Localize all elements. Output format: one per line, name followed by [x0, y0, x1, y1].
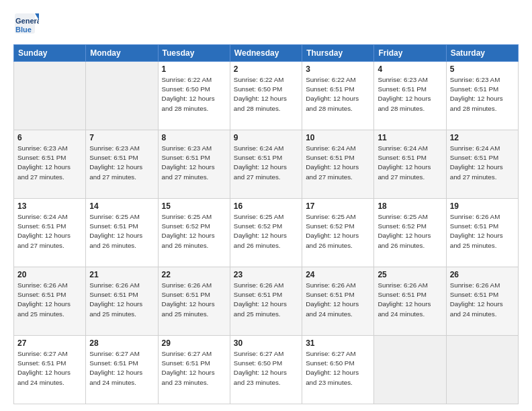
day-info: Sunrise: 6:23 AM Sunset: 6:51 PM Dayligh… — [378, 75, 442, 113]
day-number: 7 — [89, 133, 154, 142]
day-number: 2 — [234, 64, 298, 74]
day-info: Sunrise: 6:25 AM Sunset: 6:51 PM Dayligh… — [89, 212, 154, 250]
calendar-cell: 8Sunrise: 6:23 AM Sunset: 6:51 PM Daylig… — [158, 130, 230, 199]
calendar-cell: 21Sunrise: 6:26 AM Sunset: 6:51 PM Dayli… — [86, 267, 158, 336]
day-info: Sunrise: 6:22 AM Sunset: 6:50 PM Dayligh… — [162, 75, 226, 113]
logo: General Blue — [13, 12, 39, 38]
calendar-cell: 9Sunrise: 6:24 AM Sunset: 6:51 PM Daylig… — [230, 130, 302, 199]
day-info: Sunrise: 6:24 AM Sunset: 6:51 PM Dayligh… — [450, 144, 515, 182]
day-info: Sunrise: 6:27 AM Sunset: 6:51 PM Dayligh… — [89, 349, 154, 387]
day-info: Sunrise: 6:26 AM Sunset: 6:51 PM Dayligh… — [89, 281, 154, 319]
day-info: Sunrise: 6:23 AM Sunset: 6:51 PM Dayligh… — [89, 144, 154, 182]
day-number: 8 — [162, 133, 226, 142]
week-row-5: 27Sunrise: 6:27 AM Sunset: 6:51 PM Dayli… — [14, 336, 519, 404]
day-number: 14 — [89, 201, 154, 211]
day-info: Sunrise: 6:25 AM Sunset: 6:52 PM Dayligh… — [234, 212, 298, 250]
day-info: Sunrise: 6:23 AM Sunset: 6:51 PM Dayligh… — [17, 144, 82, 182]
day-number: 4 — [378, 64, 442, 74]
day-info: Sunrise: 6:24 AM Sunset: 6:51 PM Dayligh… — [17, 212, 82, 250]
day-number: 30 — [234, 338, 298, 348]
calendar-cell: 25Sunrise: 6:26 AM Sunset: 6:51 PM Dayli… — [374, 267, 446, 336]
calendar-cell: 22Sunrise: 6:26 AM Sunset: 6:51 PM Dayli… — [158, 267, 230, 336]
day-info: Sunrise: 6:23 AM Sunset: 6:51 PM Dayligh… — [450, 75, 515, 113]
header-tuesday: Tuesday — [158, 45, 230, 62]
calendar-cell: 13Sunrise: 6:24 AM Sunset: 6:51 PM Dayli… — [14, 199, 86, 267]
day-number: 10 — [306, 133, 370, 142]
header-saturday: Saturday — [446, 45, 518, 62]
calendar-cell: 5Sunrise: 6:23 AM Sunset: 6:51 PM Daylig… — [446, 62, 518, 130]
calendar-cell — [446, 336, 518, 404]
logo-svg: General Blue — [13, 12, 39, 38]
calendar-cell: 4Sunrise: 6:23 AM Sunset: 6:51 PM Daylig… — [374, 62, 446, 130]
calendar-cell: 18Sunrise: 6:25 AM Sunset: 6:52 PM Dayli… — [374, 199, 446, 267]
week-row-3: 13Sunrise: 6:24 AM Sunset: 6:51 PM Dayli… — [14, 199, 519, 267]
day-number: 15 — [162, 201, 226, 211]
calendar-cell — [374, 336, 446, 404]
calendar-table: SundayMondayTuesdayWednesdayThursdayFrid… — [13, 44, 519, 404]
day-info: Sunrise: 6:27 AM Sunset: 6:51 PM Dayligh… — [17, 349, 82, 387]
calendar-cell: 12Sunrise: 6:24 AM Sunset: 6:51 PM Dayli… — [446, 130, 518, 199]
day-info: Sunrise: 6:25 AM Sunset: 6:52 PM Dayligh… — [162, 212, 226, 250]
day-info: Sunrise: 6:26 AM Sunset: 6:51 PM Dayligh… — [234, 281, 298, 319]
day-info: Sunrise: 6:22 AM Sunset: 6:50 PM Dayligh… — [234, 75, 298, 113]
calendar-cell — [86, 62, 158, 130]
day-info: Sunrise: 6:27 AM Sunset: 6:51 PM Dayligh… — [162, 349, 226, 387]
day-number: 22 — [162, 270, 226, 279]
day-info: Sunrise: 6:24 AM Sunset: 6:51 PM Dayligh… — [234, 144, 298, 182]
day-number: 12 — [450, 133, 515, 142]
day-number: 11 — [378, 133, 442, 142]
calendar-cell: 16Sunrise: 6:25 AM Sunset: 6:52 PM Dayli… — [230, 199, 302, 267]
header-wednesday: Wednesday — [230, 45, 302, 62]
svg-text:General: General — [15, 17, 39, 25]
day-number: 1 — [162, 64, 226, 74]
calendar-cell: 31Sunrise: 6:27 AM Sunset: 6:50 PM Dayli… — [302, 336, 374, 404]
day-info: Sunrise: 6:26 AM Sunset: 6:51 PM Dayligh… — [378, 281, 442, 319]
calendar-cell: 10Sunrise: 6:24 AM Sunset: 6:51 PM Dayli… — [302, 130, 374, 199]
day-info: Sunrise: 6:26 AM Sunset: 6:51 PM Dayligh… — [162, 281, 226, 319]
header-friday: Friday — [374, 45, 446, 62]
day-number: 9 — [234, 133, 298, 142]
week-row-4: 20Sunrise: 6:26 AM Sunset: 6:51 PM Dayli… — [14, 267, 519, 336]
day-info: Sunrise: 6:25 AM Sunset: 6:52 PM Dayligh… — [306, 212, 370, 250]
day-number: 27 — [17, 338, 82, 348]
calendar-cell: 17Sunrise: 6:25 AM Sunset: 6:52 PM Dayli… — [302, 199, 374, 267]
calendar-cell: 30Sunrise: 6:27 AM Sunset: 6:50 PM Dayli… — [230, 336, 302, 404]
day-info: Sunrise: 6:26 AM Sunset: 6:51 PM Dayligh… — [450, 281, 515, 319]
day-info: Sunrise: 6:26 AM Sunset: 6:51 PM Dayligh… — [306, 281, 370, 319]
calendar-cell: 26Sunrise: 6:26 AM Sunset: 6:51 PM Dayli… — [446, 267, 518, 336]
day-number: 3 — [306, 64, 370, 74]
day-info: Sunrise: 6:25 AM Sunset: 6:52 PM Dayligh… — [378, 212, 442, 250]
calendar-cell: 20Sunrise: 6:26 AM Sunset: 6:51 PM Dayli… — [14, 267, 86, 336]
day-info: Sunrise: 6:23 AM Sunset: 6:51 PM Dayligh… — [162, 144, 226, 182]
day-number: 23 — [234, 270, 298, 279]
week-row-1: 1Sunrise: 6:22 AM Sunset: 6:50 PM Daylig… — [14, 62, 519, 130]
header-sunday: Sunday — [14, 45, 86, 62]
day-number: 18 — [378, 201, 442, 211]
header: General Blue — [13, 12, 519, 38]
day-number: 24 — [306, 270, 370, 279]
header-thursday: Thursday — [302, 45, 374, 62]
day-info: Sunrise: 6:24 AM Sunset: 6:51 PM Dayligh… — [378, 144, 442, 182]
calendar-cell: 2Sunrise: 6:22 AM Sunset: 6:50 PM Daylig… — [230, 62, 302, 130]
day-number: 25 — [378, 270, 442, 279]
page: General Blue SundayMondayTuesdayWednesda… — [0, 0, 532, 411]
calendar-cell: 6Sunrise: 6:23 AM Sunset: 6:51 PM Daylig… — [14, 130, 86, 199]
calendar-cell: 1Sunrise: 6:22 AM Sunset: 6:50 PM Daylig… — [158, 62, 230, 130]
day-number: 13 — [17, 201, 82, 211]
day-number: 21 — [89, 270, 154, 279]
calendar-cell: 7Sunrise: 6:23 AM Sunset: 6:51 PM Daylig… — [86, 130, 158, 199]
day-number: 16 — [234, 201, 298, 211]
day-info: Sunrise: 6:26 AM Sunset: 6:51 PM Dayligh… — [450, 212, 515, 250]
day-number: 29 — [162, 338, 226, 348]
day-info: Sunrise: 6:27 AM Sunset: 6:50 PM Dayligh… — [306, 349, 370, 387]
calendar-cell: 23Sunrise: 6:26 AM Sunset: 6:51 PM Dayli… — [230, 267, 302, 336]
day-number: 26 — [450, 270, 515, 279]
calendar-cell: 28Sunrise: 6:27 AM Sunset: 6:51 PM Dayli… — [86, 336, 158, 404]
calendar-cell — [14, 62, 86, 130]
calendar-cell: 19Sunrise: 6:26 AM Sunset: 6:51 PM Dayli… — [446, 199, 518, 267]
calendar-header-row: SundayMondayTuesdayWednesdayThursdayFrid… — [14, 45, 519, 62]
calendar-cell: 3Sunrise: 6:22 AM Sunset: 6:51 PM Daylig… — [302, 62, 374, 130]
header-monday: Monday — [86, 45, 158, 62]
week-row-2: 6Sunrise: 6:23 AM Sunset: 6:51 PM Daylig… — [14, 130, 519, 199]
day-number: 6 — [17, 133, 82, 142]
